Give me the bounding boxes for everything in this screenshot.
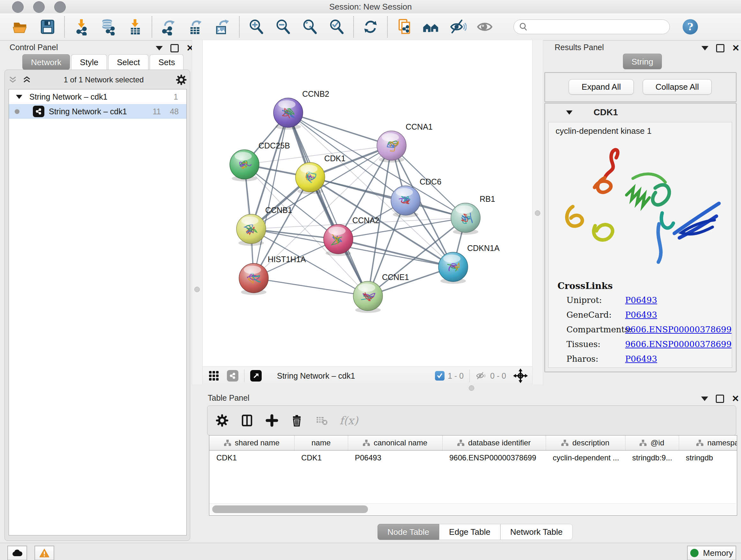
grid-view-icon[interactable] [208, 370, 220, 382]
cell-description[interactable]: cyclin-dependent ... [546, 450, 625, 465]
column-header-id[interactable]: @id [625, 435, 679, 450]
open-session-button[interactable] [11, 17, 30, 36]
expand-all-button[interactable]: Expand All [569, 79, 634, 95]
network-collection-row[interactable]: String Network – cdk1 1 [9, 89, 186, 104]
cell-canonical-name[interactable]: P06493 [348, 450, 442, 465]
collapse-all-button[interactable]: Collapse All [643, 79, 712, 95]
network-row[interactable]: String Network – cdk1 11 48 [9, 104, 186, 119]
birds-eye-view-icon[interactable] [513, 368, 528, 383]
cell-shared-name[interactable]: CDK1 [209, 450, 294, 465]
network-node-HIST1H1A[interactable] [239, 263, 268, 295]
open-in-new-window-button[interactable] [250, 370, 262, 381]
search-input[interactable] [531, 22, 664, 32]
column-header-database-identifier[interactable]: database identifier [442, 435, 546, 450]
float-panel-icon[interactable] [171, 44, 179, 52]
cell-namespace[interactable]: stringdb [679, 450, 737, 465]
cloud-services-button[interactable] [7, 546, 27, 560]
float-panel-icon[interactable] [716, 395, 724, 403]
panel-menu-icon[interactable] [701, 396, 708, 401]
panel-menu-icon[interactable] [156, 46, 163, 51]
network-edge-CCNB2-CCNE1[interactable] [288, 113, 368, 296]
column-header-shared-name[interactable]: shared name [209, 435, 294, 450]
network-edge-CDK1-RB1[interactable] [310, 177, 466, 218]
crosslink-link[interactable]: P06493 [625, 295, 657, 305]
network-node-RB1[interactable] [451, 203, 480, 235]
scrollbar-thumb[interactable] [212, 505, 368, 513]
tab-network[interactable]: Network [22, 54, 70, 70]
network-node-CDC25B[interactable] [230, 150, 259, 181]
warnings-button[interactable] [35, 546, 54, 560]
collection-expand-icon[interactable] [16, 95, 22, 99]
zoom-out-button[interactable] [274, 17, 292, 36]
network-canvas[interactable]: CCNB2CCNA1CDC25BCDK1CDC6RB1CCNB1CCNA2CDK… [203, 40, 532, 365]
export-image-button[interactable] [213, 17, 232, 36]
minimize-window-button[interactable] [33, 1, 45, 13]
gear-icon[interactable] [176, 74, 187, 85]
network-node-CCNA1[interactable] [377, 131, 406, 163]
crosslink-link[interactable]: 9606.ENSP00000378699 [625, 339, 731, 349]
help-button[interactable]: ? [683, 19, 698, 35]
crosslink-link[interactable]: P06493 [625, 354, 657, 364]
float-panel-icon[interactable] [716, 44, 724, 52]
zoom-fit-button[interactable] [300, 17, 319, 36]
import-table-from-file-button[interactable] [126, 17, 144, 36]
column-header-canonical-name[interactable]: canonical name [348, 435, 442, 450]
import-network-from-database-button[interactable] [99, 17, 118, 36]
panel-menu-icon[interactable] [701, 46, 709, 51]
column-header-description[interactable]: description [546, 435, 625, 450]
bottom-splitter[interactable] [202, 384, 741, 391]
table-options-button[interactable] [212, 410, 232, 431]
memory-button[interactable]: Memory [687, 546, 736, 560]
export-table-button[interactable] [186, 17, 205, 36]
show-all-button[interactable] [475, 17, 494, 36]
left-splitter[interactable] [192, 40, 203, 384]
splitter-grip[interactable] [535, 210, 540, 216]
node-section-header[interactable]: CDK1 [545, 104, 736, 121]
cell-id[interactable]: stringdb:9... [625, 450, 679, 465]
tab-network-table[interactable]: Network Table [500, 524, 572, 540]
cell-database-identifier[interactable]: 9606.ENSP00000378699 [442, 450, 546, 465]
home-panel-button[interactable] [422, 17, 441, 36]
hide-selected-button[interactable] [449, 17, 467, 36]
table-horizontal-scrollbar[interactable] [210, 503, 736, 515]
network-node-CCNE1[interactable] [353, 281, 383, 313]
import-network-from-file-button[interactable] [72, 17, 91, 36]
save-session-button[interactable] [38, 17, 57, 36]
network-edge-HIST1H1A-CCNE1[interactable] [254, 278, 368, 296]
collapse-all-icon[interactable] [22, 76, 31, 84]
show-columns-button[interactable] [237, 410, 257, 431]
column-header-name[interactable]: name [294, 435, 348, 450]
tab-sets[interactable]: Sets [150, 54, 184, 70]
close-panel-icon[interactable]: ✕ [732, 395, 739, 402]
delete-columns-button[interactable] [286, 410, 307, 431]
tab-string[interactable]: String [623, 54, 662, 69]
clone-network-button[interactable] [395, 17, 414, 36]
export-network-button[interactable] [159, 17, 178, 36]
tab-style[interactable]: Style [71, 54, 107, 70]
create-column-button[interactable] [262, 410, 282, 431]
zoom-selected-button[interactable] [327, 17, 346, 36]
tab-edge-table[interactable]: Edge Table [439, 524, 500, 540]
column-header-namespace[interactable]: namespace [679, 435, 737, 450]
close-window-button[interactable] [12, 1, 23, 13]
table-row[interactable]: CDK1 CDK1 P06493 9606.ENSP00000378699 cy… [209, 450, 737, 465]
section-collapse-icon[interactable] [566, 111, 572, 115]
selected-items-checkbox[interactable] [435, 371, 445, 381]
zoom-window-button[interactable] [54, 1, 66, 13]
tab-select[interactable]: Select [108, 54, 148, 70]
expand-all-icon[interactable] [8, 76, 17, 84]
crosslink-link[interactable]: P06493 [625, 310, 657, 320]
cell-name[interactable]: CDK1 [294, 450, 348, 465]
splitter-grip[interactable] [469, 385, 474, 391]
right-splitter[interactable] [532, 40, 543, 384]
tab-node-table[interactable]: Node Table [378, 524, 439, 540]
zoom-in-button[interactable] [247, 17, 266, 36]
crosslink-link[interactable]: 9606.ENSP00000378699 [625, 325, 731, 334]
splitter-grip[interactable] [194, 287, 200, 292]
network-node-CDK1[interactable] [295, 163, 325, 194]
apply-layout-button[interactable] [361, 17, 380, 36]
delete-table-button[interactable] [312, 410, 332, 431]
network-edge-CCNB2-CCNA1[interactable] [288, 113, 392, 145]
close-panel-icon[interactable]: ✕ [732, 45, 739, 51]
function-builder-button[interactable]: f(x) [336, 410, 361, 431]
